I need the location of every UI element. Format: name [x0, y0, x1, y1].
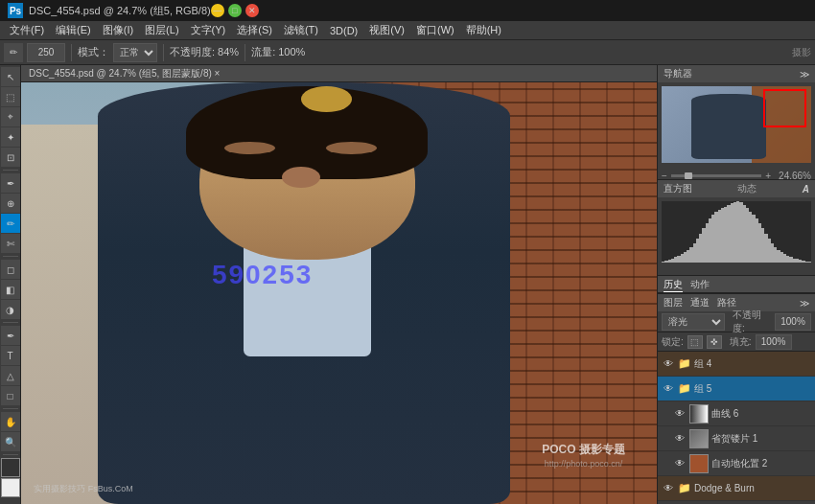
title-text: DSC_4554.psd @ 24.7% (组5, RGB/8): [29, 4, 211, 18]
type-tool[interactable]: T: [1, 346, 20, 365]
layer-visibility-icon[interactable]: 👁: [673, 432, 687, 446]
number-watermark: 590253: [212, 260, 313, 290]
lock-pos-btn[interactable]: ✜: [707, 335, 722, 349]
background-color[interactable]: [1, 478, 20, 497]
canvas-area: DSC_4554.psd @ 24.7% (组5, 图层蒙版/8) ×: [21, 65, 657, 504]
layer-item[interactable]: 👁自动地化置 2: [658, 451, 815, 476]
brush-size-input[interactable]: 250: [27, 43, 65, 62]
navigator-title: 导航器: [664, 67, 692, 80]
canvas-tab[interactable]: DSC_4554.psd @ 24.7% (组5, 图层蒙版/8) ×: [21, 65, 657, 82]
app-icon: Ps: [8, 3, 23, 18]
menu-item[interactable]: 文件(F): [4, 21, 50, 39]
menu-item[interactable]: 帮助(H): [460, 21, 507, 39]
canvas-image[interactable]: 590253 POCO 摄影专题 http://photo.poco.cn/ 实…: [21, 82, 657, 504]
watermark-line1: POCO 摄影专题: [542, 442, 625, 458]
histogram-bar: [808, 262, 811, 263]
history-tab[interactable]: 历史: [664, 278, 683, 292]
toolbar-sep-3: [244, 44, 245, 61]
layer-name: 曲线 6: [711, 407, 811, 421]
right-panels: 导航器 ≫ − + 24.66% 直方图 动态 A: [657, 65, 815, 504]
layer-visibility-icon[interactable]: 👁: [662, 357, 675, 371]
channels-tab[interactable]: 通道: [690, 296, 710, 309]
eyedropper-tool[interactable]: ✒: [1, 173, 20, 193]
brush-tool[interactable]: ✏: [1, 214, 20, 233]
eraser-tool[interactable]: ◻: [1, 260, 20, 279]
photo-background: 590253 POCO 摄影专题 http://photo.poco.cn/ 实…: [21, 82, 657, 504]
histogram-icon-a[interactable]: A: [803, 184, 809, 195]
layer-name: 组 5: [694, 382, 811, 396]
minimize-button[interactable]: —: [211, 4, 224, 17]
folder-icon: 📁: [678, 382, 691, 395]
foreground-color[interactable]: [1, 458, 20, 477]
layers-tab[interactable]: 图层: [664, 296, 683, 309]
close-button[interactable]: ✕: [245, 4, 259, 17]
zoom-out-btn[interactable]: −: [662, 171, 667, 181]
layer-visibility-icon[interactable]: 👁: [662, 382, 675, 396]
dodge-tool[interactable]: ◑: [1, 300, 20, 319]
tool-sep-1: [3, 170, 18, 171]
nav-red-box[interactable]: [763, 89, 806, 127]
menu-item[interactable]: 滤镜(T): [278, 21, 324, 39]
actions-tab[interactable]: 动作: [690, 278, 710, 291]
histogram-channel: 动态: [737, 182, 757, 195]
zoom-tool[interactable]: 🔍: [1, 432, 20, 451]
heal-tool[interactable]: ⊕: [1, 194, 20, 213]
histogram-panel: 直方图 动态 A: [658, 180, 815, 276]
history-panel: 历史 动作 ✓▶动作 1✓起始✓scharif✓auto1✓▶autoskin …: [658, 276, 815, 293]
lock-transparent-btn[interactable]: ⬚: [687, 335, 703, 349]
layer-name: 自动地化置 2: [711, 457, 811, 470]
flow-label: 流量: 100%: [251, 45, 305, 59]
layer-visibility-icon[interactable]: 👁: [673, 457, 687, 470]
zoom-in-btn[interactable]: +: [765, 171, 771, 181]
shape-tool[interactable]: □: [1, 386, 20, 405]
layer-item[interactable]: 👁📁组 5: [658, 377, 815, 401]
hand-tool[interactable]: ✋: [1, 412, 20, 431]
menu-item[interactable]: 3D(D): [324, 21, 363, 39]
move-tool[interactable]: ↖: [1, 67, 20, 86]
menu-item[interactable]: 文字(Y): [185, 21, 232, 39]
layer-item[interactable]: 👁📁组 4: [658, 352, 815, 377]
mode-select[interactable]: 正常 叠加 柔光: [113, 43, 157, 62]
tools-panel: ↖ ⬚ ⌖ ✦ ⊡ ✒ ⊕ ✏ ✄ ◻ ◧ ◑ ✒ T △ □ ✋ 🔍: [0, 65, 21, 504]
histogram-canvas: [658, 197, 815, 270]
navigator-arrows[interactable]: ≫: [800, 69, 809, 80]
clone-tool[interactable]: ✄: [1, 234, 20, 253]
toolbar-sep-2: [163, 44, 164, 61]
menu-item[interactable]: 窗口(W): [410, 21, 460, 39]
menu-item[interactable]: 选择(S): [231, 21, 278, 39]
menu-item[interactable]: 图像(I): [97, 21, 139, 39]
blend-mode-select[interactable]: 溶光: [662, 313, 725, 331]
fill-input-2[interactable]: [756, 334, 792, 350]
toolbar-sep-1: [71, 44, 72, 61]
path-tool[interactable]: △: [1, 366, 20, 385]
layer-item[interactable]: 👁曲线 6: [658, 401, 815, 426]
camera-label: 摄影: [792, 46, 811, 59]
layer-visibility-icon[interactable]: 👁: [662, 482, 675, 495]
layer-item[interactable]: 👁省贺镂片 1: [658, 426, 815, 451]
lasso-tool[interactable]: ⌖: [1, 107, 20, 126]
quick-select-tool[interactable]: ✦: [1, 127, 20, 147]
layer-visibility-icon[interactable]: 👁: [673, 407, 687, 421]
window-controls: — □ ✕: [211, 4, 259, 17]
navigator-header: 导航器 ≫: [658, 65, 815, 82]
maximize-button[interactable]: □: [228, 4, 242, 17]
pen-tool[interactable]: ✒: [1, 326, 20, 345]
gradient-tool[interactable]: ◧: [1, 280, 20, 299]
opacity-input-2[interactable]: [775, 313, 811, 331]
layers-arrows[interactable]: ≫: [800, 298, 809, 309]
zoom-slider-thumb[interactable]: [685, 172, 692, 179]
menu-item[interactable]: 图层(L): [139, 21, 184, 39]
histogram-bars: [662, 201, 811, 263]
folder-icon: 📁: [678, 482, 691, 494]
menu-item[interactable]: 视图(V): [363, 21, 410, 39]
crop-tool[interactable]: ⊡: [1, 148, 20, 167]
menu-bar: 文件(F)编辑(E)图像(I)图层(L)文字(Y)选择(S)滤镜(T)3D(D)…: [0, 21, 815, 40]
brush-tool-btn[interactable]: ✏: [4, 43, 23, 62]
layer-item[interactable]: 👁📁Dodge & Burn: [658, 476, 815, 501]
menu-item[interactable]: 编辑(E): [50, 21, 97, 39]
histogram-title: 直方图: [664, 182, 692, 195]
mode-label: 模式：: [78, 45, 109, 59]
navigator-thumbnail[interactable]: [662, 86, 811, 163]
title-bar: Ps DSC_4554.psd @ 24.7% (组5, RGB/8) — □ …: [0, 0, 815, 21]
marquee-tool[interactable]: ⬚: [1, 87, 20, 106]
